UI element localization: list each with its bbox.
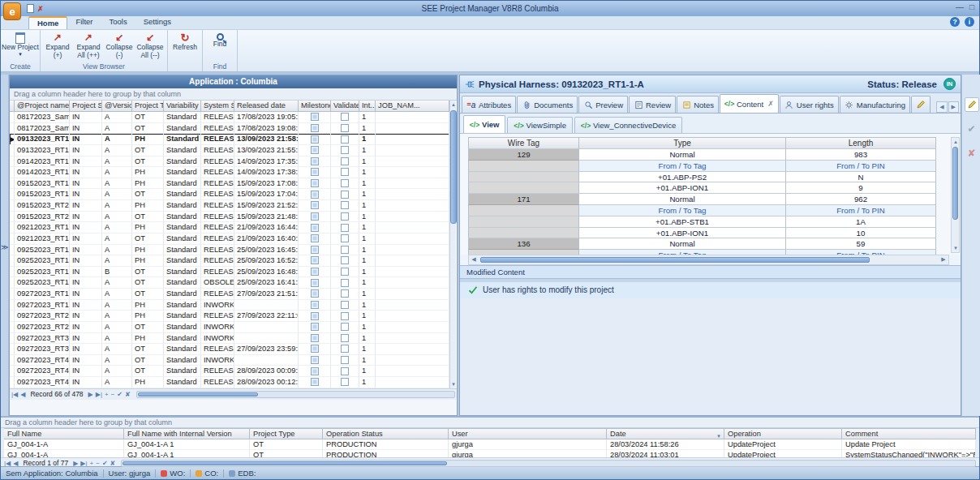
validated-checkbox[interactable]: [341, 279, 349, 287]
wire-scrollbar-thumb[interactable]: [952, 147, 958, 220]
cross-button[interactable]: ✘: [125, 391, 131, 398]
validated-checkbox[interactable]: [341, 157, 349, 165]
validated-checkbox[interactable]: [341, 124, 349, 132]
milestone-checkbox[interactable]: [311, 279, 319, 287]
milestone-checkbox[interactable]: [311, 201, 319, 209]
ribbon-tab-filter[interactable]: Filter: [67, 16, 101, 29]
left-scrollbar-thumb[interactable]: [450, 110, 457, 224]
ribbon-button-collapse-all[interactable]: ↙CollapseAll (--): [135, 31, 165, 62]
history-column-comment[interactable]: Comment: [842, 428, 976, 439]
expand-panel-button[interactable]: ≫: [1, 243, 8, 251]
milestone-checkbox[interactable]: [311, 268, 319, 276]
milestone-checkbox[interactable]: [311, 356, 319, 364]
close-tab-icon[interactable]: ✗: [767, 100, 774, 108]
milestone-checkbox[interactable]: [311, 323, 319, 331]
project-row[interactable]: 08172023_Sam_1INAOTStandardRELEASED17/08…: [10, 112, 449, 123]
scroll-up-icon[interactable]: ▲: [952, 138, 959, 146]
ribbon-button-refresh[interactable]: ↻Refresh: [170, 31, 200, 62]
project-row[interactable]: 09272023_RT3INAPHStandardINWORK1: [10, 333, 449, 345]
tab-manufacturing[interactable]: Manufacturing: [840, 96, 910, 113]
maximize-button[interactable]: □: [969, 2, 974, 11]
project-row[interactable]: 09212023_RT1INAPHStandardRELEASED21/09/2…: [10, 222, 449, 234]
history-column-full-name-with-internal-version[interactable]: Full Name with Internal Version: [124, 428, 250, 439]
subtab-viewsimple[interactable]: </>ViewSimple: [507, 117, 572, 133]
validated-checkbox[interactable]: [341, 146, 349, 154]
wire-row[interactable]: 129Normal983: [468, 149, 936, 161]
tab-content[interactable]: </>Content✗: [720, 94, 779, 113]
milestone-checkbox[interactable]: [311, 212, 319, 221]
ribbon-button-new-project[interactable]: New Project▾: [2, 31, 38, 62]
wire-row[interactable]: +01.ABP-ION19: [468, 182, 936, 194]
validated-checkbox[interactable]: [341, 179, 349, 187]
milestone-checkbox[interactable]: [311, 179, 319, 187]
project-row[interactable]: 09272023_RT4INAOTStandardRELEASED28/09/2…: [10, 366, 449, 377]
ribbon-tab-tools[interactable]: Tools: [101, 16, 135, 29]
cancel-button[interactable]: ✘: [965, 146, 979, 161]
filter-caret-icon[interactable]: ▼: [716, 431, 721, 439]
column-header-version[interactable]: @Version@: [102, 101, 132, 112]
nav-next-button[interactable]: ▶: [88, 391, 93, 398]
project-row[interactable]: 09252023_RT1INAPHStandardRELEASED25/09/2…: [10, 245, 449, 256]
project-row[interactable]: 09272023_RT1INAOTStandardRELEASED27/09/2…: [10, 289, 449, 300]
wire-horizontal-scrollbar[interactable]: ◀ ▶: [468, 255, 949, 265]
tab-attributes[interactable]: =aAttributes: [462, 96, 516, 113]
project-row[interactable]: 09272023_RT4INAPHStandardRELEASED28/09/2…: [10, 377, 449, 388]
ribbon-tab-settings[interactable]: Settings: [135, 16, 179, 29]
wire-hscrollbar-thumb[interactable]: [480, 257, 870, 263]
project-row[interactable]: 09152023_RT1INAOTStandardRELEASED15/09/2…: [10, 189, 449, 200]
ribbon-button-find[interactable]: Find: [204, 31, 235, 62]
edit-button[interactable]: [965, 97, 979, 112]
bottom-group-by-bar[interactable]: Drag a column header here to group by th…: [1, 418, 979, 428]
column-header-project-name[interactable]: @Project name@: [15, 101, 70, 112]
column-header-variability-t[interactable]: Variability T...: [164, 101, 201, 112]
wire-row[interactable]: +01.ABP-ION110: [468, 228, 936, 239]
scroll-left-icon[interactable]: ◀: [469, 256, 479, 263]
tab-notes[interactable]: Notes: [677, 96, 719, 113]
project-row[interactable]: 09152023_RT2INAOTStandardRELEASED15/09/2…: [10, 212, 449, 223]
subtab-view[interactable]: </>View: [463, 115, 505, 133]
tab-user-rights[interactable]: User rights: [780, 96, 839, 113]
scrollbar-thumb[interactable]: [138, 392, 259, 396]
wire-column-length[interactable]: Length: [786, 137, 936, 149]
project-row[interactable]: 09142023_RT1INAOTStandardRELEASED14/09/2…: [10, 156, 449, 168]
validated-checkbox[interactable]: [341, 334, 349, 342]
column-header-int[interactable]: Int...: [359, 101, 376, 112]
validated-checkbox[interactable]: [341, 301, 349, 309]
horizontal-scrollbar[interactable]: [121, 460, 976, 467]
column-header-project-stat[interactable]: Project Stat...: [70, 101, 102, 112]
scroll-down-icon[interactable]: ▼: [450, 380, 457, 388]
info-icon[interactable]: i: [965, 17, 974, 27]
validated-checkbox[interactable]: [341, 356, 349, 364]
milestone-checkbox[interactable]: [311, 124, 319, 132]
project-row[interactable]: 09272023_RT3INAOTStandardRELEASED27/09/2…: [10, 344, 449, 355]
wire-row[interactable]: 171Normal962: [468, 194, 936, 205]
left-group-by-bar[interactable]: Drag a column header here to group by th…: [10, 88, 457, 101]
milestone-checkbox[interactable]: [311, 367, 319, 375]
minimize-button[interactable]: —: [956, 2, 964, 11]
column-header-job-nam[interactable]: JOB_NAM...: [376, 101, 449, 112]
project-row[interactable]: 09152023_RT1INAPHStandardRELEASED15/09/2…: [10, 178, 449, 190]
tab-review[interactable]: Review: [629, 96, 676, 113]
nav-minus-button[interactable]: −: [111, 391, 115, 398]
validated-checkbox[interactable]: [341, 201, 349, 209]
milestone-checkbox[interactable]: [311, 378, 319, 386]
validated-checkbox[interactable]: [341, 289, 349, 298]
history-column-operation[interactable]: Operation: [724, 428, 842, 439]
project-row[interactable]: 09252023_RT1INAOTStandardOBSOLETE25/09/2…: [10, 277, 449, 289]
validated-checkbox[interactable]: [341, 378, 349, 386]
column-header-validated[interactable]: Validated: [331, 101, 359, 112]
history-row[interactable]: GJ_004-1-AGJ_004-1-A 1OTPRODUCTIONgjurga…: [4, 439, 976, 450]
milestone-checkbox[interactable]: [311, 113, 319, 121]
ribbon-button-collapse[interactable]: ↙Collapse(-): [104, 31, 135, 62]
project-row[interactable]: ▶09132023_RT1INAPHStandardRELEASED13/09/…: [10, 134, 449, 145]
validated-checkbox[interactable]: [341, 345, 349, 353]
validated-checkbox[interactable]: [341, 191, 349, 199]
project-row[interactable]: 09252023_RT1INBOTStandardRELEASED25/09/2…: [10, 267, 449, 278]
milestone-checkbox[interactable]: [311, 345, 319, 353]
history-column-project-type[interactable]: Project Type: [250, 428, 323, 439]
project-row[interactable]: 09272023_RT4INAOTStandardINWORK1: [10, 355, 449, 366]
check-button[interactable]: ✔: [117, 391, 122, 398]
history-column-user[interactable]: User: [449, 428, 607, 439]
nav-first-button[interactable]: |◀: [11, 391, 18, 398]
history-column-full-name[interactable]: Full Name: [4, 428, 124, 439]
